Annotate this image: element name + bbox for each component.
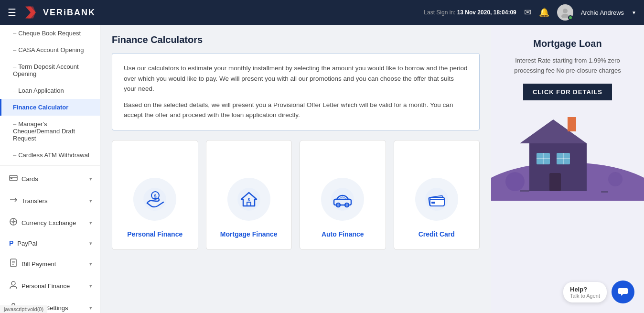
sidebar-item-cheque-book[interactable]: –Cheque Book Request — [0, 25, 100, 42]
statusbar: javascript:void(0) — [0, 305, 47, 313]
credit-card-card[interactable]: Credit Card — [394, 140, 480, 250]
svg-rect-4 — [10, 175, 17, 181]
user-dropdown-arrow[interactable]: ▼ — [632, 10, 636, 15]
paypal-chevron: ▾ — [89, 240, 92, 247]
mortgage-finance-card-label: Mortgage Finance — [220, 230, 278, 238]
currency-exchange-chevron: ▾ — [89, 220, 92, 226]
user-name[interactable]: Archie Andrews — [581, 9, 624, 16]
sidebar-item-term-deposit[interactable]: –Term Deposit Account Opening — [0, 58, 100, 82]
description-p2: Based on the selected details, we will p… — [124, 100, 468, 120]
sidebar-item-loan-application[interactable]: –Loan Application — [0, 82, 100, 99]
notification-icon[interactable]: 🔔 — [539, 7, 549, 18]
help-chat-button[interactable] — [612, 281, 634, 303]
sidebar-item-finance-calculator[interactable]: Finance Calculator — [0, 99, 100, 116]
calculator-cards: $ Personal Finance $ Mortgage Finance — [112, 140, 480, 250]
auto-finance-card-icon-wrap — [321, 178, 364, 221]
personal-finance-icon — [9, 281, 18, 291]
help-bubble: Help? Talk to Agent — [563, 281, 634, 303]
page-title: Finance Calculators — [112, 34, 480, 45]
sidebar-item-transfers[interactable]: Transfers ▾ — [0, 190, 100, 212]
sidebar-item-bill-payment[interactable]: Bill Payment ▾ — [0, 253, 100, 275]
svg-rect-36 — [568, 117, 576, 131]
logo: VERiBANK — [22, 4, 96, 21]
logo-text: VERiBANK — [43, 8, 96, 18]
nav-right: Last Sign in: 13 Nov 2020, 18:04:09 ✉ 🔔 … — [424, 4, 636, 21]
personal-finance-card-label: Personal Finance — [127, 230, 182, 238]
description-box: Use our calculators to estimate your mon… — [112, 53, 480, 130]
promo-box: Mortgage Loan Interest Rate starting fro… — [491, 25, 644, 100]
svg-rect-45 — [601, 191, 608, 193]
last-signin: Last Sign in: 13 Nov 2020, 18:04:09 — [424, 9, 516, 16]
auto-finance-card-label: Auto Finance — [322, 230, 364, 238]
house-illustration — [491, 105, 644, 201]
svg-point-47 — [608, 172, 623, 186]
promo-cta-button[interactable]: CLICK FOR DETAILS — [523, 84, 612, 100]
help-title: Help? — [570, 286, 600, 293]
svg-marker-1 — [28, 6, 36, 18]
house-dollar-icon: $ — [236, 187, 261, 212]
personal-finance-card[interactable]: $ Personal Finance — [112, 140, 198, 250]
sidebar-item-personal-finance[interactable]: Personal Finance ▾ — [0, 275, 100, 297]
sidebar-item-paypal[interactable]: P PayPal ▾ — [0, 234, 100, 253]
avatar[interactable] — [557, 4, 573, 21]
hamburger-menu[interactable]: ☰ — [8, 7, 16, 18]
sidebar-item-cards[interactable]: Cards ▾ — [0, 168, 100, 190]
personal-finance-card-icon-wrap: $ — [133, 178, 176, 221]
online-indicator — [568, 15, 573, 20]
chat-icon — [617, 286, 629, 298]
svg-text:$: $ — [247, 197, 250, 202]
svg-rect-32 — [431, 202, 435, 204]
svg-point-15 — [11, 281, 15, 285]
top-navigation: ☰ VERiBANK Last Sign in: 13 Nov 2020, 18… — [0, 0, 644, 25]
mortgage-finance-card[interactable]: $ Mortgage Finance — [206, 140, 292, 250]
svg-rect-43 — [549, 173, 561, 191]
currency-exchange-icon — [9, 217, 18, 228]
svg-point-46 — [505, 172, 525, 191]
personal-finance-chevron: ▾ — [89, 283, 92, 289]
sidebar-item-cardless-atm[interactable]: –Cardless ATM Withdrawal — [0, 147, 100, 163]
sidebar: –Cheque Book Request –CASA Account Openi… — [0, 25, 100, 313]
svg-marker-35 — [520, 119, 587, 143]
credit-card-card-label: Credit Card — [419, 230, 455, 238]
right-panel: Mortgage Loan Interest Rate starting fro… — [491, 25, 644, 313]
transfers-chevron: ▾ — [89, 198, 92, 204]
cards-chevron: ▾ — [89, 176, 92, 182]
logo-icon — [22, 4, 39, 21]
cards-icon — [9, 173, 18, 184]
description-p1: Use our calculators to estimate your mon… — [124, 63, 468, 94]
mail-icon[interactable]: ✉ — [524, 7, 531, 18]
money-hand-icon: $ — [142, 187, 167, 212]
security-settings-chevron: ▾ — [89, 305, 92, 311]
bill-payment-chevron: ▾ — [89, 261, 92, 267]
transfers-icon — [9, 195, 18, 206]
sidebar-item-managers-cheque[interactable]: –Manager's Cheque/Demand Draft Request — [0, 116, 100, 147]
svg-point-2 — [563, 9, 568, 13]
credit-card-card-icon-wrap — [415, 178, 458, 221]
sidebar-item-casa-account[interactable]: –CASA Account Opening — [0, 42, 100, 58]
help-text-box: Help? Talk to Agent — [563, 282, 607, 302]
paypal-icon: P — [9, 239, 13, 247]
sidebar-item-currency-exchange[interactable]: Currency Exchange ▾ — [0, 212, 100, 234]
main-layout: –Cheque Book Request –CASA Account Openi… — [0, 25, 644, 313]
svg-rect-6 — [11, 178, 12, 179]
car-icon — [330, 187, 355, 212]
promo-desc: Interest Rate starting from 1.99% zero p… — [503, 56, 633, 76]
bill-payment-icon — [9, 259, 18, 269]
main-content: Finance Calculators Use our calculators … — [100, 25, 491, 313]
promo-title: Mortgage Loan — [503, 38, 633, 49]
help-subtitle: Talk to Agent — [570, 293, 600, 299]
mortgage-finance-card-icon-wrap: $ — [227, 178, 270, 221]
credit-cards-icon — [424, 187, 449, 212]
svg-text:$: $ — [154, 194, 157, 198]
svg-rect-44 — [520, 190, 529, 192]
auto-finance-card[interactable]: Auto Finance — [300, 140, 386, 250]
